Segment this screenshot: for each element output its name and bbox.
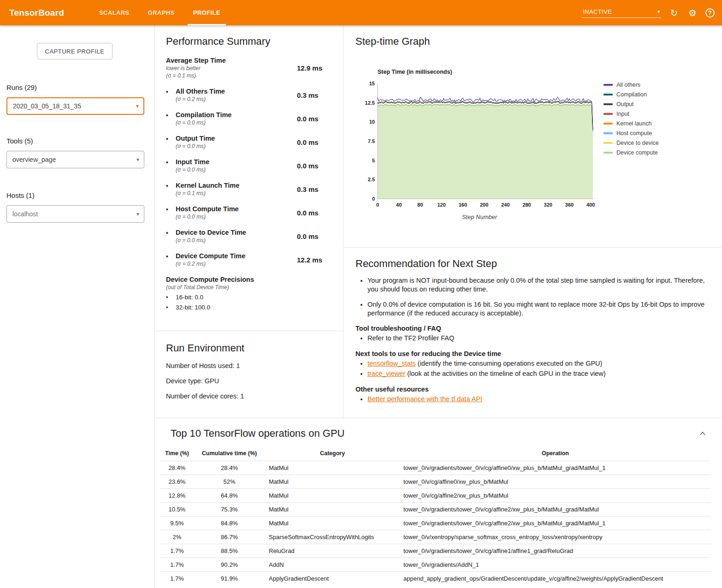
precisions-note: (out of Total Device Time) (166, 284, 332, 291)
status-dropdown[interactable]: INACTIVE ▾ (582, 7, 661, 18)
top-ops-table: Time (%)Cumulative time (%)CategoryOpera… (160, 447, 711, 585)
table-cell: 10.5% (160, 503, 194, 517)
tools-dropdown[interactable]: overview_page ▾ (6, 151, 144, 168)
precision-line: •16-bit: 0.0 (166, 294, 332, 301)
recommendation-card: Recommendation for Next Step Your progra… (343, 248, 722, 418)
svg-text:280: 280 (522, 202, 531, 208)
precisions-list: •16-bit: 0.0•32-bit: 100.0 (166, 294, 332, 311)
chart-xlabel: Step Number (362, 214, 597, 220)
status-dropdown-value: INACTIVE (583, 8, 612, 15)
env-line: Number of Hosts used: 1 (166, 362, 332, 369)
legend-item[interactable]: All others (604, 80, 659, 89)
runs-dropdown[interactable]: 2020_03_05_18_31_35 ▾ (6, 97, 144, 115)
app-header: TensorBoard SCALARSGRAPHSPROFILE INACTIV… (0, 0, 722, 25)
runs-label: Runs (29) (6, 83, 144, 91)
table-cell: 84.8% (194, 517, 265, 530)
table-row: 2%86.7%SparseSoftmaxCrossEntropyWithLogi… (160, 530, 711, 544)
table-cell: MatMul (265, 489, 400, 503)
table-cell: 91.9% (194, 572, 265, 586)
metrics-list: Average Step Timelower is better(σ = 0.1… (166, 57, 332, 267)
bullet-icon: • (166, 158, 176, 166)
table-cell: tower_0/v/gradients/tower_0/v/cg/affine1… (400, 544, 711, 558)
legend-swatch-icon (604, 142, 613, 144)
run-environment-card: Run Environment Number of Hosts used: 1D… (155, 331, 343, 418)
legend-swatch-icon (604, 113, 613, 115)
run-environment-title: Run Environment (166, 342, 332, 354)
svg-text:120: 120 (437, 202, 445, 208)
help-icon[interactable]: ? (705, 8, 715, 18)
table-cell: MatMul (265, 517, 400, 530)
metric-body: Average Step Timelower is better(σ = 0.1… (166, 57, 297, 79)
table-row: 1.7%91.9%ApplyGradientDescentappend_appl… (160, 572, 711, 586)
env-line: Device type: GPU (166, 377, 332, 385)
recommendation-heading: Tool troubleshooting / FAQ (355, 325, 710, 332)
table-cell: 75.3% (194, 503, 265, 517)
svg-text:360: 360 (565, 202, 574, 208)
table-cell: tower_0/v/gradients/tower_0/v/cg/affine2… (400, 503, 711, 517)
toolbar-left: TensorBoard SCALARSGRAPHSPROFILE (9, 0, 230, 25)
recommendation-bullets: Your program is NOT input-bound because … (367, 276, 710, 318)
legend-item[interactable]: Host compute (604, 128, 659, 138)
table-cell: tower_0/v/gradients/AddN_1 (400, 558, 711, 572)
chart-wrap: Step Time (in milliseconds) 02.557.51012… (355, 69, 710, 220)
recommendation-link[interactable]: Better performance with the tf.data API (367, 395, 482, 403)
metric-value: 12.9 ms (297, 64, 332, 72)
metric-sigma: (σ = 0.2 ms) (176, 261, 297, 267)
precision-line: •32-bit: 100.0 (166, 304, 332, 311)
legend-item[interactable]: Output (604, 99, 659, 109)
table-cell: tower_0/v/cg/affine2/xw_plus_b/MatMul (400, 489, 711, 503)
legend-label: Device to device (616, 140, 659, 146)
run-environment-lines: Number of Hosts used: 1Device type: GPUN… (166, 362, 332, 400)
recommendation-link[interactable]: trace_viewer (367, 370, 405, 377)
recommendation-item: tensorflow_stats (identify the time-cons… (367, 359, 710, 368)
tab-profile[interactable]: PROFILE (187, 0, 227, 25)
table-cell: tower_0/v/gradients/tower_0/v/cg/affine2… (400, 517, 711, 530)
metric-row: •All Others Time(σ = 0.2 ms)0.3 ms (166, 88, 332, 102)
chart-legend: All othersCompilationOutputInputKernel l… (604, 80, 659, 157)
table-cell: MatMul (265, 475, 400, 489)
table-cell: SparseSoftmaxCrossEntropyWithLogits (265, 530, 400, 544)
chevron-down-icon: ▾ (657, 9, 660, 15)
svg-text:15: 15 (369, 81, 375, 86)
metric-body: All Others Time(σ = 0.2 ms) (176, 88, 297, 102)
table-row: 1.7%88.5%ReluGradtower_0/v/gradients/tow… (160, 544, 711, 558)
chevron-down-icon: ▾ (136, 156, 139, 163)
settings-gear-icon[interactable]: ⚙ (687, 8, 698, 18)
metric-label: Average Step Time (166, 57, 297, 64)
metric-body: Output Time(σ = 0.0 ms) (176, 135, 297, 149)
recommendation-link[interactable]: tensorflow_stats (367, 360, 416, 367)
hosts-dropdown[interactable]: localhost ▾ (6, 205, 144, 223)
table-row: 23.6%52%MatMultower_0/v/cg/affine0/xw_pl… (160, 475, 711, 489)
capture-profile-button[interactable]: CAPTURE PROFILE (37, 43, 112, 59)
tab-scalars[interactable]: SCALARS (93, 0, 136, 25)
table-cell: tower_0/v/xentropy/sparse_softmax_cross_… (400, 530, 711, 544)
table-cell: append_apply_gradient_ops/GradientDescen… (400, 572, 711, 586)
table-cell: 9.5% (160, 517, 194, 530)
collapse-chevron-up-icon[interactable] (697, 428, 708, 439)
tab-graphs[interactable]: GRAPHS (142, 0, 181, 25)
legend-item[interactable]: Input (604, 109, 659, 119)
legend-item[interactable]: Kernel launch (604, 119, 659, 128)
table-cell: 1.7% (160, 572, 194, 586)
legend-item[interactable]: Device compute (604, 148, 659, 157)
legend-label: Device compute (616, 149, 658, 156)
table-cell: 2% (160, 530, 194, 544)
refresh-icon[interactable]: ↻ (669, 8, 680, 18)
metric-body: Device to Device Time(σ = 0.0 ms) (176, 229, 297, 244)
svg-text:320: 320 (544, 202, 552, 208)
precision-value: 16-bit: 0.0 (176, 294, 203, 301)
toolbar-right: INACTIVE ▾ ↻ ⚙ ? (582, 7, 715, 18)
performance-summary-card: Performance Summary Average Step Timelow… (155, 25, 343, 331)
tools-dropdown-value: overview_page (12, 156, 56, 163)
svg-text:240: 240 (501, 202, 509, 208)
table-cell: MatMul (265, 461, 400, 475)
column-header: Category (265, 447, 400, 461)
legend-item[interactable]: Device to device (604, 138, 659, 148)
recommendation-list: tensorflow_stats (identify the time-cons… (367, 359, 710, 379)
legend-swatch-icon (604, 152, 613, 154)
legend-item[interactable]: Compilation (604, 89, 659, 99)
table-cell: tower_0/v/gradients/tower_0/v/cg/affine0… (400, 461, 711, 475)
metric-sigma: (σ = 0.0 ms) (176, 214, 297, 220)
table-row: 28.4%28.4%MatMultower_0/v/gradients/towe… (160, 461, 711, 475)
runs-dropdown-value: 2020_03_05_18_31_35 (13, 102, 81, 110)
